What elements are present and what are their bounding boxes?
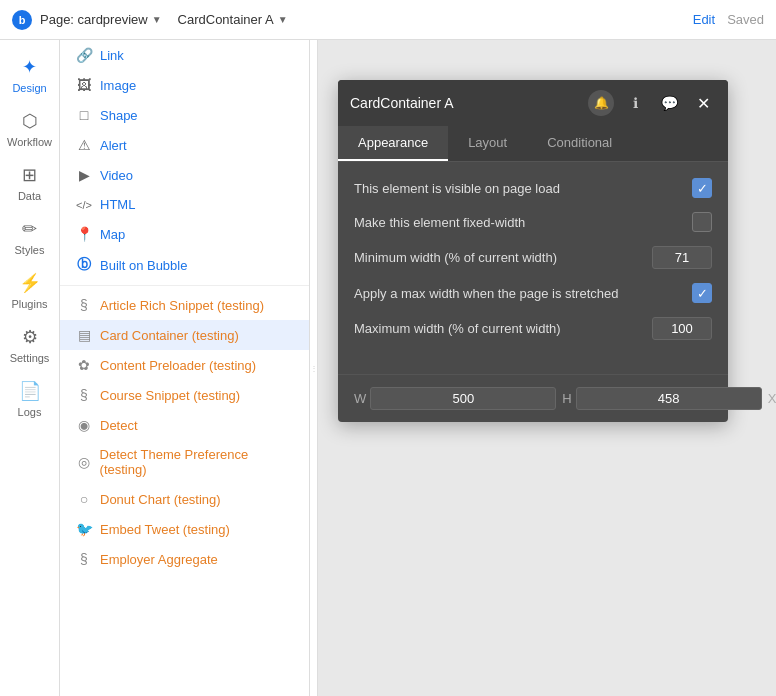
shape-icon: □ <box>76 107 92 123</box>
page-label: Page: cardpreview <box>40 12 148 27</box>
topbar-actions: Edit Saved <box>693 12 764 27</box>
video-icon: ▶ <box>76 167 92 183</box>
element-link[interactable]: 🔗 Link <box>60 40 309 70</box>
element-employeragg[interactable]: § Employer Aggregate <box>60 544 309 574</box>
coord-h-label: H <box>562 391 571 406</box>
element-map[interactable]: 📍 Map <box>60 219 309 249</box>
employeragg-icon: § <box>76 551 92 567</box>
row-min-width: Minimum width (% of current width) <box>354 246 712 269</box>
topbar: b Page: cardpreview ▼ CardContainer A ▼ … <box>0 0 776 40</box>
tab-layout[interactable]: Layout <box>448 126 527 161</box>
coord-w-input[interactable] <box>370 387 556 410</box>
tab-appearance[interactable]: Appearance <box>338 126 448 161</box>
element-builtonbubble[interactable]: ⓑ Built on Bubble <box>60 249 309 281</box>
pp-header: CardContainer A 🔔 ℹ 💬 ✕ <box>338 80 728 126</box>
data-icon: ⊞ <box>22 164 37 186</box>
logs-icon: 📄 <box>19 380 41 402</box>
articlerich-icon: § <box>76 297 92 313</box>
element-video[interactable]: ▶ Video <box>60 160 309 190</box>
coord-x: X <box>768 387 776 410</box>
sidebar-item-logs[interactable]: 📄 Logs <box>0 372 59 426</box>
sidebar-label-settings: Settings <box>10 352 50 364</box>
min-width-label: Minimum width (% of current width) <box>354 250 644 265</box>
element-donutchart-label: Donut Chart (testing) <box>100 492 221 507</box>
element-link-label: Link <box>100 48 124 63</box>
element-coursesnippet-label: Course Snippet (testing) <box>100 388 240 403</box>
sidebar-item-design[interactable]: ✦ Design <box>0 48 59 102</box>
coursesnippet-icon: § <box>76 387 92 403</box>
icon-sidebar: ✦ Design ⬡ Workflow ⊞ Data ✏ Styles ⚡ Pl… <box>0 40 60 696</box>
element-image[interactable]: 🖼 Image <box>60 70 309 100</box>
logo: b <box>12 10 32 30</box>
sidebar-label-workflow: Workflow <box>7 136 52 148</box>
element-contentpreloader[interactable]: ✿ Content Preloader (testing) <box>60 350 309 380</box>
element-coursesnippet[interactable]: § Course Snippet (testing) <box>60 380 309 410</box>
element-detecttheme[interactable]: ◎ Detect Theme Preference (testing) <box>60 440 309 484</box>
resize-handle[interactable]: ⋮ <box>310 40 318 696</box>
alert-icon: ⚠ <box>76 137 92 153</box>
donutchart-icon: ○ <box>76 491 92 507</box>
element-articlerich-label: Article Rich Snippet (testing) <box>100 298 264 313</box>
bubble-icon: ⓑ <box>76 256 92 274</box>
sidebar-item-settings[interactable]: ⚙ Settings <box>0 318 59 372</box>
coord-x-label: X <box>768 391 776 406</box>
content-area[interactable]: CardContainer A 🔔 ℹ 💬 ✕ <box>318 40 776 696</box>
element-shape-label: Shape <box>100 108 138 123</box>
element-articlerich[interactable]: § Article Rich Snippet (testing) <box>60 290 309 320</box>
image-icon: 🖼 <box>76 77 92 93</box>
row-max-width: Maximum width (% of current width) <box>354 317 712 340</box>
pp-title: CardContainer A <box>350 95 580 111</box>
tab-conditional[interactable]: Conditional <box>527 126 632 161</box>
element-shape[interactable]: □ Shape <box>60 100 309 130</box>
close-icon: ✕ <box>697 94 710 113</box>
detecttheme-icon: ◎ <box>76 454 92 470</box>
info-button[interactable]: ℹ <box>622 90 648 116</box>
element-html[interactable]: </> HTML <box>60 190 309 219</box>
property-panel: CardContainer A 🔔 ℹ 💬 ✕ <box>338 80 728 422</box>
sidebar-item-data[interactable]: ⊞ Data <box>0 156 59 210</box>
elements-panel: 🔗 Link 🖼 Image □ Shape ⚠ Alert ▶ Video <… <box>60 40 310 696</box>
elements-divider <box>60 285 309 286</box>
fixed-width-checkbox[interactable] <box>692 212 712 232</box>
workflow-icon: ⬡ <box>22 110 38 132</box>
styles-icon: ✏ <box>22 218 37 240</box>
visible-on-load-label: This element is visible on page load <box>354 181 684 196</box>
element-donutchart[interactable]: ○ Donut Chart (testing) <box>60 484 309 514</box>
sidebar-item-plugins[interactable]: ⚡ Plugins <box>0 264 59 318</box>
element-embedtweet-label: Embed Tweet (testing) <box>100 522 230 537</box>
notification-button[interactable]: 🔔 <box>588 90 614 116</box>
element-detect[interactable]: ◉ Detect <box>60 410 309 440</box>
element-cardcontainer-label: Card Container (testing) <box>100 328 239 343</box>
element-cardcontainer[interactable]: ▤ Card Container (testing) <box>60 320 309 350</box>
pp-content: This element is visible on page load Mak… <box>338 162 728 370</box>
element-embedtweet[interactable]: 🐦 Embed Tweet (testing) <box>60 514 309 544</box>
cardcontainer-icon: ▤ <box>76 327 92 343</box>
element-bubble-label: Built on Bubble <box>100 258 187 273</box>
fixed-width-label: Make this element fixed-width <box>354 215 684 230</box>
main-layout: ✦ Design ⬡ Workflow ⊞ Data ✏ Styles ⚡ Pl… <box>0 40 776 696</box>
container-selector[interactable]: CardContainer A ▼ <box>178 12 288 27</box>
max-width-input[interactable] <box>652 317 712 340</box>
sidebar-item-workflow[interactable]: ⬡ Workflow <box>0 102 59 156</box>
edit-button[interactable]: Edit <box>693 12 715 27</box>
comment-icon: 💬 <box>661 95 678 111</box>
page-chevron-icon: ▼ <box>152 14 162 25</box>
sidebar-label-logs: Logs <box>18 406 42 418</box>
max-width-label: Maximum width (% of current width) <box>354 321 644 336</box>
comment-button[interactable]: 💬 <box>656 90 682 116</box>
html-icon: </> <box>76 199 92 211</box>
sidebar-label-design: Design <box>12 82 46 94</box>
min-width-input[interactable] <box>652 246 712 269</box>
container-label: CardContainer A <box>178 12 274 27</box>
coord-h-input[interactable] <box>576 387 762 410</box>
max-width-stretch-label: Apply a max width when the page is stret… <box>354 286 684 301</box>
sidebar-label-plugins: Plugins <box>11 298 47 310</box>
page-selector[interactable]: Page: cardpreview ▼ <box>40 12 162 27</box>
element-alert[interactable]: ⚠ Alert <box>60 130 309 160</box>
visible-on-load-checkbox[interactable] <box>692 178 712 198</box>
sidebar-label-styles: Styles <box>15 244 45 256</box>
sidebar-item-styles[interactable]: ✏ Styles <box>0 210 59 264</box>
element-detect-label: Detect <box>100 418 138 433</box>
max-width-stretch-checkbox[interactable] <box>692 283 712 303</box>
close-button[interactable]: ✕ <box>690 90 716 116</box>
